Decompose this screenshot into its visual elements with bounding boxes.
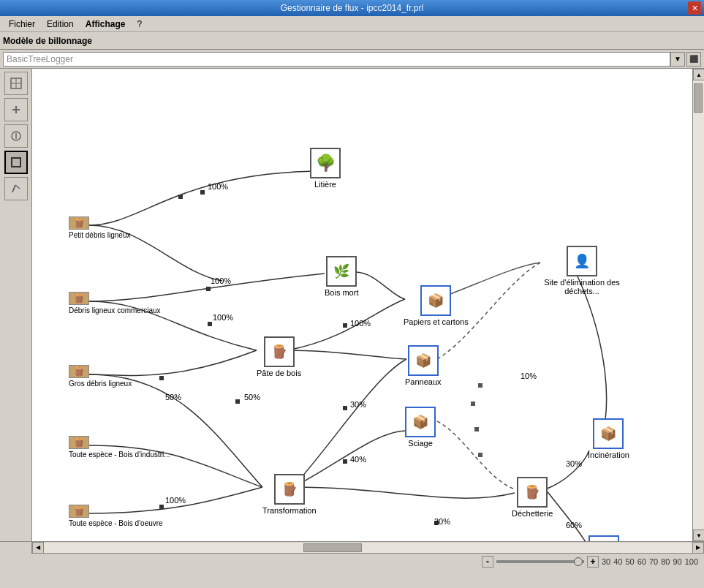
node-incineration[interactable]: 📦 Incinération — [588, 418, 629, 459]
model-input[interactable] — [3, 52, 670, 67]
tool-btn-1[interactable] — [4, 98, 28, 121]
zoom-minus-button[interactable]: - — [482, 556, 493, 568]
node-papiers[interactable]: 📦 Papiers et cartons — [404, 285, 469, 326]
svg-rect-24 — [478, 453, 482, 457]
edge-label-0: 100% — [208, 182, 228, 191]
menu-edition[interactable]: Edition — [41, 18, 80, 31]
zoom-plus-button[interactable]: + — [587, 556, 599, 568]
source-toute-espece-indus[interactable]: 🪵 Toute espèce - Bois d'industri... — [69, 436, 170, 459]
scroll-thumb[interactable] — [694, 83, 703, 113]
node-panneaux[interactable]: 📦 Panneaux — [405, 345, 442, 386]
node-transformation[interactable]: 🪵 Transformation — [262, 474, 317, 515]
h-scroll-thumb[interactable] — [303, 543, 362, 552]
svg-rect-14 — [159, 376, 164, 380]
source-gros-debris[interactable]: 🪵 Gros débris ligneux — [69, 365, 132, 388]
zoom-label-60: 60 — [637, 557, 646, 566]
window-title: Gestionnaire de flux - ipcc2014_fr.prl — [281, 3, 423, 13]
input-bar: ▼ ⬛ — [0, 50, 704, 69]
vertical-scrollbar[interactable]: ▲ ▼ — [692, 69, 704, 541]
svg-rect-23 — [474, 427, 479, 431]
model-bar: Modèle de billonnage — [0, 32, 704, 50]
source-box-toute-indus: 🪵 — [69, 436, 89, 449]
edge-label-12: 60% — [566, 521, 582, 529]
edge-label-4: 50% — [165, 393, 181, 402]
node-label-papiers: Papiers et cartons — [404, 317, 469, 326]
zoom-slider[interactable] — [496, 560, 584, 563]
svg-rect-11 — [178, 195, 183, 199]
tool-btn-4[interactable] — [4, 177, 28, 200]
h-scroll-track[interactable] — [44, 543, 692, 553]
menu-help[interactable]: ? — [131, 18, 148, 31]
svg-rect-7 — [12, 158, 20, 167]
node-box-bois-mort: 🌿 — [326, 256, 357, 287]
zoom-label-50: 50 — [625, 557, 634, 566]
zoom-bar: - + 30 40 50 60 70 80 90 100 — [0, 553, 704, 569]
zoom-label-90: 90 — [673, 557, 681, 566]
scroll-up-arrow[interactable]: ▲ — [693, 69, 704, 80]
svg-rect-21 — [478, 383, 482, 388]
node-pate-bois[interactable]: 🪵 Pâte de bois — [257, 336, 301, 377]
horizontal-scrollbar[interactable]: ◀ ▶ — [0, 541, 704, 553]
canvas-wrapper[interactable]: 100% 100% 100% 100% 50% 50% 30% 40% 100%… — [32, 69, 704, 541]
source-label-petit-debris: Petit débris ligneux — [69, 231, 131, 239]
node-label-pate-bois: Pâte de bois — [257, 369, 301, 377]
node-box-site-elimination: 👤 — [567, 246, 597, 276]
edge-label-7: 40% — [350, 455, 366, 464]
svg-line-8 — [12, 185, 15, 192]
node-label-bois-mort: Bois mort — [325, 288, 358, 297]
close-button[interactable]: ✕ — [688, 1, 701, 15]
tool-btn-0[interactable] — [4, 72, 28, 95]
source-toute-espece-oeuvre[interactable]: 🪵 Toute espèce - Bois d'oeuvre — [69, 505, 163, 527]
node-box-panneaux: 📦 — [408, 345, 439, 376]
edge-label-10: 10% — [521, 372, 537, 380]
edge-label-8: 100% — [165, 496, 186, 505]
menu-affichage[interactable]: Affichage — [80, 18, 132, 31]
source-petit-debris[interactable]: 🪵 Petit débris ligneux — [69, 216, 131, 239]
node-site-elimination[interactable]: 👤 Site d'élimination des déchets... — [538, 246, 626, 295]
svg-rect-15 — [235, 399, 240, 404]
scroll-down-arrow[interactable]: ▼ — [693, 529, 704, 541]
node-box-granules: 📦 — [588, 535, 619, 541]
source-debris-comm[interactable]: 🪵 Débris ligneux commerciaux — [69, 292, 161, 314]
node-dechetterie[interactable]: 🪵 Déchetterie — [512, 477, 553, 518]
node-box-dechetterie: 🪵 — [517, 477, 548, 508]
dropdown-button[interactable]: ▼ — [670, 52, 685, 67]
scroll-track[interactable] — [693, 80, 704, 529]
edge-label-5: 50% — [244, 393, 260, 402]
source-label-debris-comm: Débris ligneux commerciaux — [69, 306, 161, 314]
node-granules[interactable]: 📦 Granulés — [588, 535, 621, 541]
source-box-gros-debris: 🪵 — [69, 365, 89, 378]
browse-button[interactable]: ⬛ — [686, 52, 701, 67]
edge-label-9: 30% — [434, 517, 450, 526]
svg-rect-20 — [343, 459, 347, 464]
toolbar — [0, 69, 32, 541]
node-box-transformation: 🪵 — [274, 474, 305, 505]
source-box-toute-oeuvre: 🪵 — [69, 505, 89, 518]
scroll-right-arrow[interactable]: ▶ — [692, 542, 704, 554]
node-litiere[interactable]: 🌳 Litière — [310, 148, 341, 189]
svg-rect-18 — [343, 406, 347, 410]
source-label-toute-indus: Toute espèce - Bois d'industri... — [69, 451, 170, 459]
edge-label-2: 100% — [213, 313, 233, 322]
tool-btn-2[interactable] — [4, 124, 28, 148]
node-label-transformation: Transformation — [262, 506, 317, 515]
source-label-toute-oeuvre: Toute espèce - Bois d'oeuvre — [69, 519, 163, 527]
scroll-left-arrow[interactable]: ◀ — [32, 542, 44, 554]
source-label-gros-debris: Gros débris ligneux — [69, 380, 132, 388]
title-bar: Gestionnaire de flux - ipcc2014_fr.prl ✕ — [0, 0, 704, 16]
zoom-slider-thumb[interactable] — [574, 557, 583, 566]
node-box-pate-bois: 🪵 — [264, 336, 295, 367]
svg-rect-13 — [208, 322, 212, 326]
node-label-incineration: Incinération — [588, 451, 629, 459]
edge-label-1: 100% — [211, 276, 231, 285]
menu-fichier[interactable]: Fichier — [3, 18, 41, 31]
tool-btn-3[interactable] — [4, 151, 28, 174]
edge-label-6: 30% — [350, 400, 366, 409]
node-bois-mort[interactable]: 🌿 Bois mort — [325, 256, 358, 297]
node-sciage[interactable]: 📦 Sciage — [405, 407, 436, 448]
zoom-label-80: 80 — [661, 557, 670, 566]
diagram: 100% 100% 100% 100% 50% 50% 30% 40% 100%… — [32, 69, 692, 541]
menu-bar: Fichier Edition Affichage ? — [0, 16, 704, 32]
edge-label-11: 30% — [566, 459, 582, 468]
zoom-label-30: 30 — [602, 557, 610, 566]
